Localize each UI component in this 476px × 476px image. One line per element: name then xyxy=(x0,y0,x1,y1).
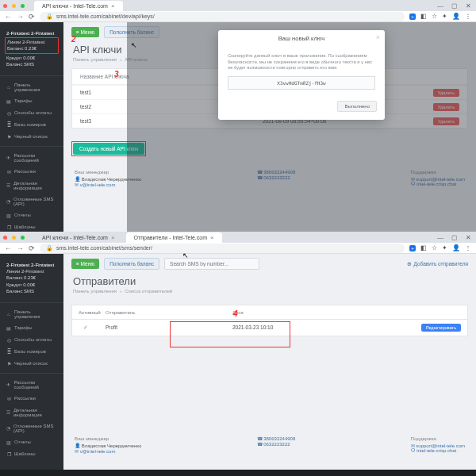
search-input[interactable] xyxy=(164,258,259,270)
modal-msg: Скопируйте данный ключ в ваше приложение… xyxy=(228,53,372,70)
sidebar-item-reports[interactable]: ▥Отчеты xyxy=(0,436,63,448)
sup-email[interactable]: ✉ support@intel-tele.com xyxy=(411,443,465,448)
account-block: 2-Fintatest 2-Fintatest Линии 2-Fintates… xyxy=(0,259,63,299)
app-shell: 2-Fintatest 2-Fintatest Линии 2-Fintates… xyxy=(0,254,476,470)
chart-icon: ▥ xyxy=(6,440,11,445)
pay-icon: ◎ xyxy=(6,337,11,343)
add-sender-link[interactable]: ⊕ Добавить отправителя xyxy=(407,261,468,267)
api-key-value[interactable]: X3vwHdGTm8Zj-fH3w xyxy=(228,76,375,90)
sidebar: 2-Fintatest 2-Fintatest Линии 2-Fintates… xyxy=(0,22,63,232)
reload-icon[interactable]: ⟳ xyxy=(29,244,35,252)
mgr-phone2[interactable]: ☎ 0632223222 xyxy=(257,441,296,447)
crumb-1[interactable]: Панель управления xyxy=(73,289,117,294)
star-icon[interactable]: ☆ xyxy=(432,13,437,20)
sidebar-item-tariffs[interactable]: ▤Тарифы xyxy=(0,322,63,334)
tariff-icon: ▤ xyxy=(6,98,11,104)
min-icon[interactable]: — xyxy=(437,2,443,10)
close-icon[interactable]: × xyxy=(111,2,115,10)
sidebar: 2-Fintatest 2-Fintatest Линии 2-Fintates… xyxy=(0,254,63,470)
url-field[interactable]: 🔒 sms.intel-tele.com/cabinet/sms/sender/ xyxy=(40,244,405,253)
background-tab[interactable]: API ключи - Intel-Tele.com × xyxy=(34,232,123,243)
max-dot[interactable] xyxy=(21,4,25,8)
url-text: sms.intel-tele.com/cabinet/dev/api/keys/ xyxy=(56,13,155,19)
menu-dots-icon[interactable]: ⋮ xyxy=(465,13,471,20)
back-icon[interactable]: ← xyxy=(5,244,12,252)
clock-icon: ◔ xyxy=(6,425,10,431)
flag-icon: ⚑ xyxy=(6,134,11,140)
sidebar-item-delayed[interactable]: ◔Отложенные SMS (API) xyxy=(0,194,63,209)
menu-button[interactable]: ≡ Меню xyxy=(71,259,99,269)
ext-gen-icon[interactable]: ◧ xyxy=(420,13,427,20)
sidebar-item-reports[interactable]: ▥Отчеты xyxy=(0,209,63,221)
sidebar-item-campaigns[interactable]: ✈Рассылки сообщений xyxy=(0,377,63,393)
edit-button[interactable]: Редактировать xyxy=(421,324,461,332)
active-tab[interactable]: Отправители - Intel-Tele.com × xyxy=(126,232,222,243)
sidebar-item-payment[interactable]: ◎Способы оплаты xyxy=(0,107,63,119)
close-icon[interactable]: ✕ xyxy=(466,2,471,10)
max-icon[interactable]: ▢ xyxy=(451,2,458,10)
account-name[interactable]: 2-Fintatest 2-Fintatest xyxy=(6,30,57,36)
sup-chat[interactable]: 🗨 intel-tele.crisp.chat xyxy=(411,448,465,453)
url-field[interactable]: 🔒 sms.intel-tele.com/cabinet/dev/api/key… xyxy=(40,12,405,21)
lines-row: Линии 2-Fintatest xyxy=(7,39,56,45)
modal-overlay[interactable]: Ваш новый ключ × Скопируйте данный ключ … xyxy=(127,22,476,232)
avatar-icon[interactable]: 👤 xyxy=(452,244,460,251)
modal-title: Ваш новый ключ xyxy=(278,35,324,42)
puzzle-icon[interactable]: ✦ xyxy=(442,13,447,20)
ext-plus-icon[interactable]: + xyxy=(409,245,416,251)
close-icon[interactable]: ✕ xyxy=(466,234,471,241)
db-icon: ≣ xyxy=(6,122,11,128)
account-block: 2-Fintatest 2-Fintatest Линии 2-Fintates… xyxy=(0,27,63,72)
sidebar-item-blacklist[interactable]: ⚑Черный список xyxy=(0,131,63,143)
sidebar-item-numbers[interactable]: ≣Базы номеров xyxy=(0,119,63,131)
sidebar-item-detail[interactable]: ☰Детальная информация xyxy=(0,178,63,194)
back-icon[interactable]: ← xyxy=(5,13,12,21)
min-icon[interactable]: — xyxy=(437,234,443,241)
star-icon[interactable]: ☆ xyxy=(432,244,437,251)
sidebar-item-dashboard[interactable]: ⌂Панель управления xyxy=(0,79,63,95)
footer-mid: ☎ 380632244908 ☎ 0632223222 xyxy=(257,436,296,454)
account-name[interactable]: 2-Fintatest 2-Fintatest xyxy=(6,262,57,268)
max-icon[interactable]: ▢ xyxy=(451,234,458,241)
forward-icon[interactable]: → xyxy=(17,244,24,252)
puzzle-icon[interactable]: ✦ xyxy=(442,244,447,251)
mail-icon: ✉ xyxy=(6,396,11,401)
sidebar-item-numbers[interactable]: ≣Базы номеров xyxy=(0,346,63,358)
sidebar-item-mailings[interactable]: ✉Рассылки xyxy=(0,393,63,405)
close-icon[interactable]: × xyxy=(111,234,115,241)
forward-icon[interactable]: → xyxy=(17,13,24,21)
done-button[interactable]: Выполнено xyxy=(337,101,377,112)
reload-icon[interactable]: ⟳ xyxy=(29,13,35,21)
sidebar-item-delayed[interactable]: ◔Отложенные SMS (API) xyxy=(0,420,63,436)
min-dot[interactable] xyxy=(12,236,16,240)
sidebar-item-tariffs[interactable]: ▤Тарифы xyxy=(0,95,63,107)
extension-icons: + ◧ ☆ ✦ 👤 ⋮ xyxy=(409,244,471,251)
sidebar-item-blacklist[interactable]: ⚑Черный список xyxy=(0,358,63,370)
close-icon[interactable]: × xyxy=(376,33,380,41)
main-panel: ≡ Меню Пополнить баланс ⊕ Добавить отпра… xyxy=(63,254,476,470)
close-dot[interactable] xyxy=(3,236,7,240)
menu-dots-icon[interactable]: ⋮ xyxy=(465,244,471,251)
sidebar-item-templates[interactable]: ❐Шаблоны xyxy=(0,448,63,460)
plus-icon: ⊕ xyxy=(407,261,412,267)
close-icon[interactable]: × xyxy=(210,234,214,241)
sidebar-item-payment[interactable]: ◎Способы оплаты xyxy=(0,334,63,346)
ext-plus-icon[interactable]: + xyxy=(409,13,416,20)
menu-button[interactable]: ≡ Меню xyxy=(71,27,99,37)
avatar-icon[interactable]: 👤 xyxy=(452,13,460,20)
mgr-email[interactable]: ✉ v@intel-tele.com xyxy=(75,448,141,454)
pay-icon: ◎ xyxy=(6,110,11,116)
crumb-1[interactable]: Панель управления xyxy=(73,57,117,62)
max-dot[interactable] xyxy=(21,236,25,240)
ext-gen-icon[interactable]: ◧ xyxy=(420,244,427,251)
sidebar-item-detail[interactable]: ☰Детальная информация xyxy=(0,405,63,420)
mgr-phone[interactable]: ☎ 380632244908 xyxy=(257,436,296,441)
refill-button[interactable]: Пополнить баланс xyxy=(104,258,159,270)
active-tab[interactable]: API ключи - Intel-Tele.com × xyxy=(34,1,123,11)
sidebar-item-campaigns[interactable]: ✈Рассылки сообщений xyxy=(0,150,63,166)
dashboard-icon: ⌂ xyxy=(6,85,11,90)
sidebar-item-dashboard[interactable]: ⌂Панель управления xyxy=(0,306,63,322)
sidebar-item-mailings[interactable]: ✉Рассылки xyxy=(0,166,63,178)
close-dot[interactable] xyxy=(3,4,7,8)
min-dot[interactable] xyxy=(12,4,16,8)
